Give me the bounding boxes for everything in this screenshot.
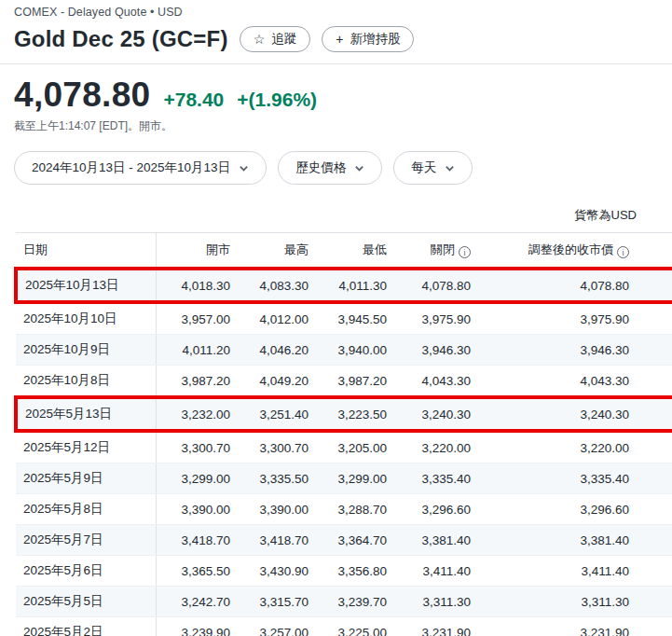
cell-low: 3,945.50 xyxy=(318,302,396,335)
cell-open: 4,011.20 xyxy=(156,335,240,366)
cell-adj_close: 3,381.40 xyxy=(480,525,638,556)
history-table: 日期開市最高最低關閉調整後的收市價成交量 2025年10月13日4,018.30… xyxy=(14,232,672,636)
cell-open: 3,987.20 xyxy=(156,366,240,398)
table-row: 2025年10月10日3,957.004,012.003,945.503,975… xyxy=(16,302,672,335)
cell-adj_close: 3,411.40 xyxy=(480,556,638,587)
cell-date: 2025年5月6日 xyxy=(16,556,156,587)
cell-close: 3,381.40 xyxy=(396,525,480,556)
cell-date: 2025年5月9日 xyxy=(16,463,156,494)
frequency-label: 每天 xyxy=(411,159,436,176)
table-row: 2025年10月9日4,011.204,046.203,940.003,946.… xyxy=(16,335,672,366)
column-header: 最高 xyxy=(240,233,318,270)
date-range-label: 2024年10月13日 - 2025年10月13日 xyxy=(32,159,230,176)
table-row: 2025年5月9日3,299.003,335.503,299.003,335.4… xyxy=(16,463,672,494)
cell-high: 3,418.70 xyxy=(240,525,318,556)
table-row: 2025年5月5日3,242.703,315.703,239.703,311.3… xyxy=(16,587,672,617)
cell-open: 3,418.70 xyxy=(156,525,240,556)
chevron-down-icon xyxy=(354,163,364,173)
cell-adj_close: 3,240.30 xyxy=(480,397,638,431)
cell-adj_close: 3,335.40 xyxy=(480,463,638,494)
cell-close: 3,231.90 xyxy=(396,617,480,636)
follow-button-label: 追蹤 xyxy=(271,32,296,47)
table-row: 2025年5月2日3,239.903,257.003,225.003,231.9… xyxy=(16,617,672,636)
cell-low: 3,239.70 xyxy=(318,587,396,617)
cell-volume: 216 xyxy=(638,463,672,494)
info-icon xyxy=(459,246,471,258)
cell-volume: 200 xyxy=(638,494,672,525)
table-row: 2025年10月13日4,018.304,083.304,011.304,078… xyxy=(16,269,672,302)
cell-high: 3,257.00 xyxy=(240,617,318,636)
header-divider xyxy=(0,63,672,64)
currency-note: 貨幣為USD xyxy=(14,207,637,224)
cell-close: 4,078.80 xyxy=(396,269,480,302)
cell-date: 2025年5月2日 xyxy=(16,617,156,636)
cell-close: 3,296.60 xyxy=(396,494,480,525)
data-type-label: 歷史價格 xyxy=(295,159,346,176)
cell-open: 3,365.50 xyxy=(156,556,240,587)
cell-high: 4,012.00 xyxy=(240,302,318,335)
cell-adj_close: 3,946.30 xyxy=(480,335,638,366)
cell-date: 2025年10月8日 xyxy=(16,366,156,398)
cell-close: 3,975.90 xyxy=(396,302,480,335)
table-header-row: 日期開市最高最低關閉調整後的收市價成交量 xyxy=(16,233,672,270)
cell-high: 4,049.20 xyxy=(240,366,318,398)
chevron-down-icon xyxy=(239,163,249,173)
table-row: 2025年5月8日3,390.003,390.003,288.703,296.6… xyxy=(16,494,672,525)
table-row: 2025年10月8日3,987.204,049.203,987.204,043.… xyxy=(16,366,672,398)
as-of-timestamp: 截至上午1:14:07 [EDT]。開市。 xyxy=(14,118,658,134)
cell-close: 3,411.40 xyxy=(396,556,480,587)
cell-open: 4,018.30 xyxy=(156,269,240,302)
price-change: +78.40 xyxy=(163,89,224,111)
cell-high: 4,046.20 xyxy=(240,335,318,366)
frequency-dropdown[interactable]: 每天 xyxy=(393,151,473,185)
add-holdings-button[interactable]: + 新增持股 xyxy=(322,26,414,52)
cell-open: 3,239.90 xyxy=(156,617,240,636)
cell-date: 2025年5月12日 xyxy=(16,431,156,463)
filter-bar: 2024年10月13日 - 2025年10月13日 歷史價格 每天 xyxy=(14,151,658,185)
cell-close: 3,220.00 xyxy=(396,431,480,463)
cell-adj_close: 4,078.80 xyxy=(480,269,638,302)
cell-volume: 3,130 xyxy=(638,335,672,366)
add-holdings-button-label: 新增持股 xyxy=(350,32,400,47)
chevron-down-icon xyxy=(445,163,455,173)
cell-adj_close: 4,043.30 xyxy=(480,366,638,398)
cell-open: 3,390.00 xyxy=(156,494,240,525)
cell-date: 2025年10月10日 xyxy=(16,302,156,335)
cell-high: 4,083.30 xyxy=(240,269,318,302)
column-header: 調整後的收市價 xyxy=(480,233,638,270)
cell-volume: 2,424 xyxy=(638,397,672,431)
cell-low: 3,223.50 xyxy=(318,397,396,431)
column-header: 成交量 xyxy=(638,233,672,270)
cell-volume: 2,357 xyxy=(638,556,672,587)
cell-adj_close: 3,311.30 xyxy=(480,587,638,617)
cell-low: 3,940.00 xyxy=(318,335,396,366)
cell-high: 3,251.40 xyxy=(240,397,318,431)
cell-date: 2025年10月13日 xyxy=(16,269,156,302)
cell-volume: 2,179 xyxy=(638,366,672,398)
cell-close: 3,311.30 xyxy=(396,587,480,617)
cell-open: 3,957.00 xyxy=(156,302,240,335)
cell-date: 2025年5月5日 xyxy=(16,587,156,617)
cell-low: 4,011.30 xyxy=(318,269,396,302)
cell-volume: 3,130 xyxy=(638,302,672,335)
title-row: Gold Dec 25 (GC=F) ☆ 追蹤 + 新增持股 xyxy=(14,26,658,52)
follow-button[interactable]: ☆ 追蹤 xyxy=(240,26,311,52)
cell-close: 3,335.40 xyxy=(396,463,480,494)
cell-adj_close: 3,296.60 xyxy=(480,494,638,525)
cell-low: 3,205.00 xyxy=(318,431,396,463)
page-title: Gold Dec 25 (GC=F) xyxy=(14,26,228,52)
date-range-dropdown[interactable]: 2024年10月13日 - 2025年10月13日 xyxy=(14,151,267,185)
cell-close: 3,240.30 xyxy=(396,397,480,431)
quote-page: COMEX - Delayed Quote • USD Gold Dec 25 … xyxy=(0,0,672,636)
cell-low: 3,299.00 xyxy=(318,463,396,494)
cell-low: 3,987.20 xyxy=(318,366,396,398)
cell-volume: 80,675 xyxy=(638,269,672,302)
cell-volume: 1,080 xyxy=(638,525,672,556)
info-icon xyxy=(617,246,629,258)
cell-low: 3,364.70 xyxy=(318,525,396,556)
cell-adj_close: 3,231.90 xyxy=(480,617,638,636)
data-type-dropdown[interactable]: 歷史價格 xyxy=(278,151,382,185)
cell-volume: 244 xyxy=(638,587,672,617)
table-row: 2025年5月7日3,418.703,418.703,364.703,381.4… xyxy=(16,525,672,556)
cell-low: 3,225.00 xyxy=(318,617,396,636)
